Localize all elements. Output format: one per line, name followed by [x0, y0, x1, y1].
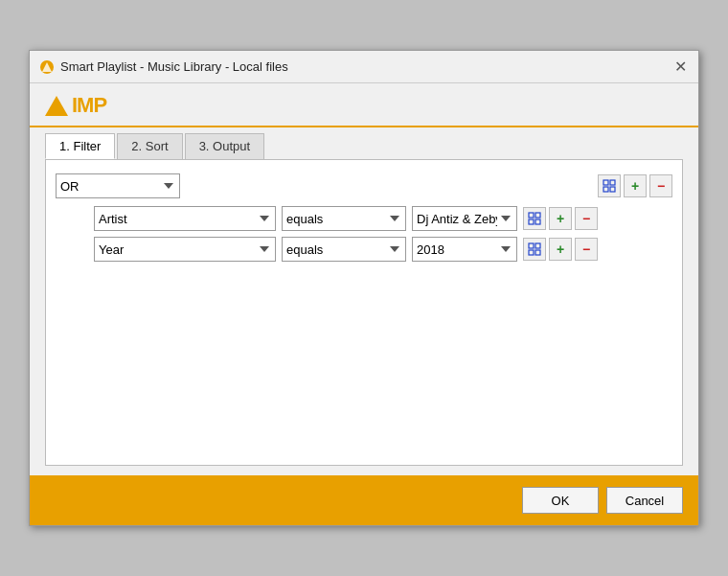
- add-rule-top-button[interactable]: +: [624, 174, 647, 197]
- tab-output[interactable]: 3. Output: [185, 133, 264, 159]
- add-rule-button-2[interactable]: +: [549, 238, 572, 261]
- tab-filter[interactable]: 1. Filter: [45, 133, 115, 159]
- window-title: Smart Playlist - Music Library - Local f…: [60, 59, 288, 74]
- operator-container: OR AND: [56, 173, 180, 198]
- logo-bar: IMP: [30, 83, 698, 127]
- logo: IMP: [45, 93, 106, 118]
- top-action-buttons: + −: [598, 174, 672, 197]
- tab-sort[interactable]: 2. Sort: [117, 133, 182, 159]
- logo-triangle-icon: [45, 96, 68, 116]
- filter-main-row: OR AND + −: [56, 173, 672, 198]
- svg-rect-7: [535, 213, 540, 218]
- filter-content: OR AND + −: [45, 159, 683, 466]
- operator-select-2[interactable]: equals contains starts with ends with: [282, 237, 406, 262]
- logo-text: IMP: [72, 93, 106, 118]
- condition-row-1: Artist Title Album Year Genre equals con…: [94, 206, 672, 231]
- ok-button[interactable]: OK: [522, 487, 599, 514]
- field-select-1[interactable]: Artist Title Album Year Genre: [94, 206, 276, 231]
- svg-rect-6: [529, 213, 534, 218]
- svg-rect-3: [610, 180, 615, 185]
- add-group-button-2[interactable]: [523, 238, 546, 261]
- svg-rect-2: [603, 180, 608, 185]
- value-select-1[interactable]: Dj Antiz & Zebyte: [412, 206, 517, 231]
- add-group-button[interactable]: [598, 174, 621, 197]
- add-rule-button-1[interactable]: +: [549, 207, 572, 230]
- action-buttons-1: + −: [523, 207, 598, 230]
- svg-rect-11: [535, 243, 540, 248]
- operator-select[interactable]: OR AND: [56, 173, 180, 198]
- add-group-button-1[interactable]: [523, 207, 546, 230]
- remove-button-2[interactable]: −: [575, 238, 598, 261]
- svg-rect-4: [603, 187, 608, 192]
- action-buttons-2: + −: [523, 238, 598, 261]
- title-bar-left: Smart Playlist - Music Library - Local f…: [39, 59, 288, 75]
- svg-rect-8: [529, 219, 534, 224]
- field-select-2[interactable]: Year Artist Title Album Genre: [94, 237, 276, 262]
- tabs-bar: 1. Filter 2. Sort 3. Output: [30, 127, 698, 159]
- add-group-icon: [603, 179, 616, 193]
- add-group-icon-1: [528, 212, 541, 225]
- condition-row-2: Year Artist Title Album Genre equals con…: [94, 237, 672, 262]
- svg-rect-13: [535, 250, 540, 255]
- cancel-button[interactable]: Cancel: [606, 487, 683, 514]
- svg-rect-5: [610, 187, 615, 192]
- remove-top-button[interactable]: −: [649, 174, 672, 197]
- svg-rect-9: [535, 219, 540, 224]
- title-bar: Smart Playlist - Music Library - Local f…: [30, 51, 698, 83]
- remove-button-1[interactable]: −: [575, 207, 598, 230]
- value-select-2[interactable]: 2018: [412, 237, 517, 262]
- svg-rect-12: [529, 250, 534, 255]
- footer: OK Cancel: [30, 475, 698, 525]
- main-window: Smart Playlist - Music Library - Local f…: [29, 50, 699, 526]
- add-group-icon-2: [528, 242, 541, 256]
- close-button[interactable]: ✕: [672, 59, 689, 75]
- app-icon: [39, 59, 55, 75]
- svg-rect-10: [529, 243, 534, 248]
- operator-select-1[interactable]: equals contains starts with ends with: [282, 206, 406, 231]
